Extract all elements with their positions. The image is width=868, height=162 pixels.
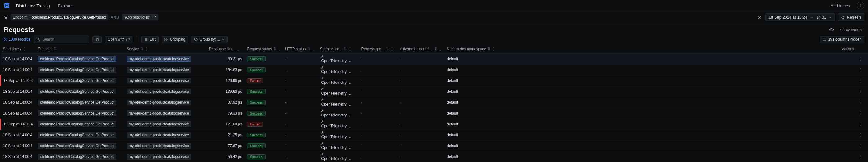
cell-start-time: 18 Sep at 14:00:4 <box>1 119 35 129</box>
group-by-button[interactable]: Group by: ... <box>191 36 228 43</box>
col-filter-icon[interactable]: ⋮ <box>241 47 244 51</box>
filter-op-eq: = <box>151 15 154 20</box>
wrench-icon <box>320 66 356 69</box>
col-filter-icon[interactable]: ⋮ <box>58 47 62 51</box>
row-menu-button[interactable] <box>857 97 868 108</box>
cell-span-source: OpenTelemetry … <box>318 129 359 140</box>
cell-k8s-container: - <box>397 64 444 75</box>
table-row[interactable]: 18 Sep at 14:00:4oteldemo.ProductCatalog… <box>1 75 868 86</box>
cell-response-time: 121.00 µs <box>207 119 245 129</box>
col-k8s-namespace[interactable]: Kubernetes namespace⇅⋮ <box>444 45 825 53</box>
search-box[interactable] <box>33 36 89 43</box>
tab-explorer[interactable]: Explorer <box>56 2 74 9</box>
col-process-group[interactable]: Process gro…⇅⋮ <box>359 45 397 53</box>
svg-rect-7 <box>96 39 98 41</box>
list-view-button[interactable]: List <box>142 36 158 43</box>
row-menu-button[interactable] <box>857 64 868 75</box>
kebab-icon <box>859 133 866 137</box>
svg-point-37 <box>861 136 861 136</box>
cell-process-group: - <box>359 53 397 64</box>
sort-icon[interactable]: ⇅ <box>487 47 491 51</box>
cell-response-time: 89.21 µs <box>207 53 245 64</box>
columns-icon <box>823 37 827 41</box>
filter-chip-endpoint[interactable]: Endpoint = oteldemo.ProductCatalogServic… <box>10 14 108 21</box>
open-with-button[interactable]: Open with <box>105 36 132 43</box>
add-traces-button[interactable]: Add traces <box>828 2 852 9</box>
col-k8s-container[interactable]: Kubernetes contai…⇅⋮ <box>397 45 444 53</box>
cell-request-status: Success <box>244 86 283 97</box>
col-request-status[interactable]: Request status⇅⋮ <box>244 45 283 53</box>
cell-http-status: - <box>283 119 317 129</box>
sort-icon[interactable]: ⇅ <box>140 47 143 51</box>
copy-button[interactable] <box>92 36 102 42</box>
col-actions[interactable]: Actions <box>825 45 857 53</box>
clear-filters-icon[interactable] <box>756 14 763 21</box>
sort-icon[interactable]: ⇅ <box>273 47 276 51</box>
show-charts-button[interactable]: Show charts <box>837 26 864 34</box>
table-row[interactable]: 18 Sep at 14:00:4oteldemo.ProductCatalog… <box>1 97 868 108</box>
svg-point-20 <box>861 79 861 79</box>
time-to: 14:01 <box>816 15 827 20</box>
row-menu-button[interactable] <box>857 140 868 151</box>
cell-response-time: 126.96 µs <box>207 75 245 86</box>
time-range-picker[interactable]: 18 Sep 2024 at 13:24 → 14:01 <box>765 13 835 21</box>
col-endpoint[interactable]: Endpoint⇅⋮ <box>35 45 124 53</box>
col-filter-icon[interactable]: ⋮ <box>492 47 495 51</box>
refresh-button[interactable]: Refresh <box>838 13 864 21</box>
table-row[interactable]: 18 Sep at 14:00:4oteldemo.ProductCatalog… <box>1 108 868 119</box>
sort-icon[interactable]: ⇅ <box>386 47 389 51</box>
col-filter-icon[interactable]: ⋮ <box>23 47 26 51</box>
table-row[interactable]: 18 Sep at 14:00:4oteldemo.ProductCatalog… <box>1 129 868 140</box>
filter-icon[interactable] <box>4 15 8 20</box>
svg-point-23 <box>861 90 861 90</box>
sort-icon[interactable]: ⇅ <box>344 47 347 51</box>
col-filter-icon[interactable]: ⋮ <box>145 47 148 51</box>
svg-rect-11 <box>166 40 168 41</box>
col-filter-icon[interactable]: ⋮ <box>348 47 352 51</box>
row-menu-button[interactable] <box>857 75 868 86</box>
table-row[interactable]: 18 Sep at 14:00:4oteldemo.ProductCatalog… <box>1 86 868 97</box>
col-response-time[interactable]: Response tim…⇅⋮ <box>207 45 245 53</box>
cell-span-source: OpenTelemetry … <box>318 151 359 162</box>
sort-icon[interactable]: ⇅ <box>307 47 310 51</box>
col-http-status[interactable]: HTTP status⇅⋮ <box>283 45 317 53</box>
cell-span-source: OpenTelemetry … <box>318 97 359 108</box>
sort-icon[interactable]: ⇅ <box>54 47 57 51</box>
table-row[interactable]: 18 Sep at 14:00:4oteldemo.ProductCatalog… <box>1 140 868 151</box>
filter-chip-app-product-id[interactable]: "App product id" = * <box>122 14 158 21</box>
table-row[interactable]: 18 Sep at 14:00:4oteldemo.ProductCatalog… <box>1 53 868 64</box>
row-menu-button[interactable] <box>857 129 868 140</box>
table-row[interactable]: 18 Sep at 14:00:4oteldemo.ProductCatalog… <box>1 64 868 75</box>
cell-request-status: Failure <box>244 75 283 86</box>
row-menu-button[interactable] <box>857 119 868 129</box>
search-input[interactable] <box>42 37 87 42</box>
row-menu-button[interactable] <box>857 53 868 64</box>
svg-point-34 <box>861 125 861 126</box>
record-count-text: 1000 records <box>9 37 30 41</box>
cell-http-status: - <box>283 97 317 108</box>
row-menu-button[interactable] <box>857 108 868 119</box>
eye-icon[interactable] <box>829 27 834 32</box>
svg-point-18 <box>861 69 861 70</box>
cell-k8s-namespace: default <box>444 64 825 75</box>
col-service[interactable]: Service⇅⋮ <box>124 45 207 53</box>
table-row[interactable]: 18 Sep at 14:00:4oteldemo.ProductCatalog… <box>1 151 868 162</box>
grouping-button[interactable]: Grouping <box>162 36 188 43</box>
cell-start-time: 18 Sep at 14:00:4 <box>1 86 35 97</box>
filter-key: "App product id" <box>124 15 151 20</box>
col-filter-icon[interactable]: ⋮ <box>390 47 394 51</box>
sort-icon[interactable]: ⇅ <box>434 47 437 51</box>
svg-rect-10 <box>165 40 166 41</box>
col-start-time[interactable]: Start time▾⋮ <box>1 45 35 53</box>
row-menu-button[interactable] <box>857 151 868 162</box>
cell-endpoint: oteldemo.ProductCatalogService.GetProduc… <box>35 97 124 108</box>
svg-point-2 <box>831 29 832 30</box>
columns-hidden-button[interactable]: 191 columns hidden <box>820 36 864 43</box>
help-icon[interactable]: ? <box>857 2 864 9</box>
cell-process-group: - <box>359 108 397 119</box>
col-span-source[interactable]: Span sourc…⇅⋮ <box>318 45 359 53</box>
tab-distributed-tracing[interactable]: Distributed Tracing <box>14 2 52 9</box>
table-row[interactable]: 18 Sep at 14:00:4oteldemo.ProductCatalog… <box>1 119 868 129</box>
row-menu-button[interactable] <box>857 86 868 97</box>
cell-start-time: 18 Sep at 14:00:4 <box>1 53 35 64</box>
